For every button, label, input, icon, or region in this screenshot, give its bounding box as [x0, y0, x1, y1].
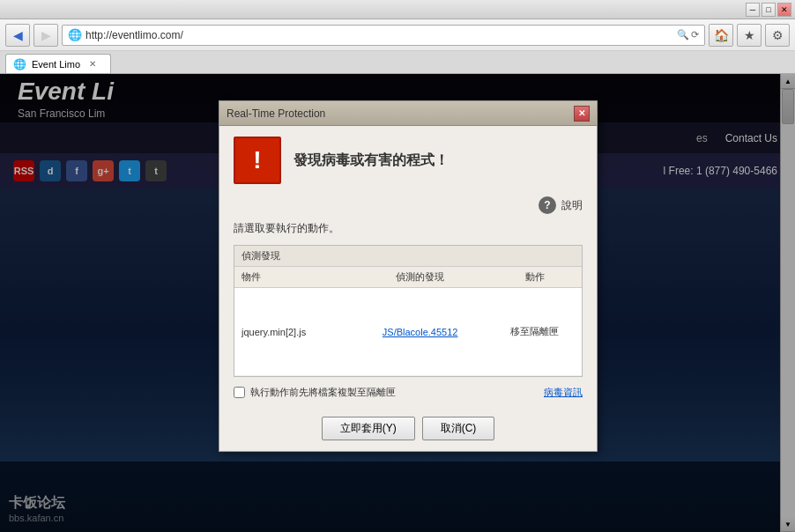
warning-icon: ! — [234, 137, 281, 184]
help-icon: ? — [539, 196, 556, 214]
bottom-options-row: 執行動作前先將檔案複製至隔離匣 病毒資訊 — [234, 386, 583, 410]
dialog-title: Real-Time Protection — [227, 107, 325, 120]
copy-to-quarantine-checkbox[interactable] — [234, 387, 245, 398]
col-header-object: 物件 — [234, 267, 353, 288]
close-window-button[interactable]: ✕ — [777, 3, 791, 17]
dialog-header-row: ! 發現病毒或有害的程式！ — [234, 137, 583, 184]
navigation-bar: ◀ ▶ 🌐 http://eventlimo.com/ 🔍 ⟳ 🏠 ★ ⚙ — [0, 19, 795, 51]
content-area: Event Li San Francisco Lim es Contact Us… — [0, 74, 795, 532]
detection-threat[interactable]: JS/Blacole.45512 — [353, 288, 487, 376]
address-ie-icon: 🌐 — [68, 28, 82, 41]
back-button[interactable]: ◀ — [5, 24, 30, 47]
checkbox-label: 執行動作前先將檔案複製至隔離匣 — [250, 386, 396, 399]
warning-text: 發現病毒或有害的程式！ — [293, 151, 449, 170]
tab-icon: 🌐 — [13, 58, 26, 70]
browser-tab[interactable]: 🌐 Event Limo ✕ — [5, 54, 111, 73]
cancel-button[interactable]: 取消(C) — [422, 417, 495, 440]
detection-object: jquery.min[2].js — [234, 288, 353, 376]
detection-action: 移至隔離匣 — [487, 288, 582, 376]
maximize-button[interactable]: □ — [762, 3, 776, 17]
detection-label: 偵測發現 — [234, 246, 582, 267]
detection-table: 物件 偵測的發現 動作 jquery.min[2].js JS/Blacole.… — [234, 267, 582, 376]
warning-symbol: ! — [253, 146, 261, 174]
detection-table-header: 物件 偵測的發現 動作 — [234, 267, 582, 288]
title-bar-controls: ─ □ ✕ — [746, 3, 791, 17]
action-prompt: 請選取要執行的動作。 — [234, 221, 583, 236]
dialog-close-button[interactable]: ✕ — [574, 106, 590, 122]
real-time-protection-dialog: Real-Time Protection ✕ ! 發現病毒或有害的程式！ ? 說… — [219, 100, 598, 452]
detection-table-body: jquery.min[2].js JS/Blacole.45512 移至隔離匣 — [234, 288, 582, 376]
tools-button[interactable]: ⚙ — [765, 24, 790, 47]
detection-header-row: 物件 偵測的發現 動作 — [234, 267, 582, 288]
dialog-button-row: 立即套用(Y) 取消(C) — [234, 417, 583, 440]
dialog-body: ! 發現病毒或有害的程式！ ? 說明 請選取要執行的動作。 偵測發現 — [219, 126, 597, 451]
address-bar-controls: 🔍 ⟳ — [677, 29, 699, 41]
title-bar: ─ □ ✕ — [0, 0, 795, 19]
minimize-button[interactable]: ─ — [746, 3, 760, 17]
col-header-detection: 偵測的發現 — [353, 267, 487, 288]
search-icon[interactable]: 🔍 — [677, 29, 689, 41]
dialog-title-bar: Real-Time Protection ✕ — [219, 101, 597, 126]
tabs-bar: 🌐 Event Limo ✕ — [0, 51, 795, 74]
tab-title: Event Limo — [32, 59, 80, 70]
favorites-button[interactable]: ★ — [737, 24, 762, 47]
address-bar[interactable]: 🌐 http://eventlimo.com/ 🔍 ⟳ — [62, 25, 705, 46]
virus-info-link[interactable]: 病毒資訊 — [544, 386, 583, 399]
forward-button[interactable]: ▶ — [33, 24, 58, 47]
checkbox-row: 執行動作前先將檔案複製至隔離匣 — [234, 386, 396, 399]
help-link[interactable]: 說明 — [561, 198, 583, 213]
address-url: http://eventlimo.com/ — [85, 29, 673, 41]
refresh-icon[interactable]: ⟳ — [691, 29, 699, 41]
home-button[interactable]: 🏠 — [709, 24, 733, 47]
tab-close-button[interactable]: ✕ — [89, 59, 96, 69]
detection-link[interactable]: JS/Blacole.45512 — [383, 327, 458, 337]
detection-section: 偵測發現 物件 偵測的發現 動作 jquery.min[2].js — [234, 245, 583, 377]
apply-button[interactable]: 立即套用(Y) — [322, 417, 415, 440]
help-row: ? 說明 — [234, 196, 583, 214]
col-header-action: 動作 — [487, 267, 582, 288]
table-row: jquery.min[2].js JS/Blacole.45512 移至隔離匣 — [234, 288, 582, 376]
